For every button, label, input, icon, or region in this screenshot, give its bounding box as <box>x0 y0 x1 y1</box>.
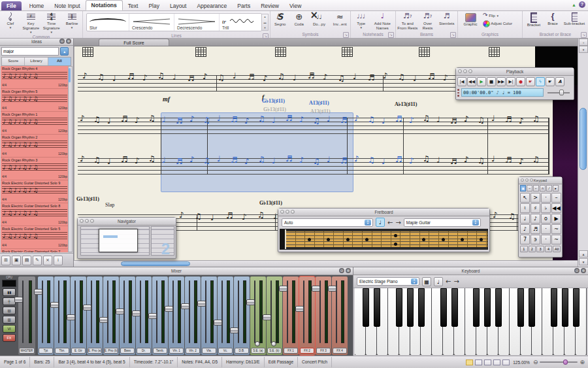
note[interactable]: ♫ <box>93 116 101 124</box>
fader-handle[interactable] <box>295 306 304 312</box>
note[interactable]: ♩ <box>217 155 221 163</box>
note[interactable]: ♩ <box>382 158 385 165</box>
note[interactable]: ♪ <box>383 72 388 80</box>
ribbon-tab-home[interactable]: Home <box>24 1 50 10</box>
note[interactable]: ♪ <box>409 157 414 165</box>
add-note-names-button[interactable]: ♩ Add Note Names <box>371 12 393 31</box>
note[interactable]: ♬ <box>308 72 315 80</box>
channel-label[interactable]: E. Pno (a) <box>88 348 102 354</box>
close-window-icon[interactable] <box>521 178 524 182</box>
view-switch-icon[interactable]: ▾ <box>579 46 588 53</box>
note[interactable]: ♬ <box>231 156 238 164</box>
decrescendo-button[interactable]: Decrescendo <box>174 14 220 31</box>
channel-label[interactable]: MASTER <box>19 348 35 354</box>
channel-label[interactable]: Tbn. <box>55 348 69 354</box>
barline[interactable] <box>548 118 549 175</box>
dialog-launcher-icon[interactable]: ↘ <box>450 32 456 38</box>
note[interactable]: ♫ <box>398 73 405 81</box>
note[interactable]: ♫ <box>148 114 155 122</box>
virtual-instruments-button[interactable]: VI <box>3 325 16 333</box>
note[interactable]: ♫ <box>368 156 375 164</box>
piano-black-key[interactable] <box>551 288 557 327</box>
fader-handle[interactable] <box>197 301 206 307</box>
note[interactable]: ♩ <box>107 158 111 165</box>
keypad-key-r4c3[interactable]: · <box>541 224 551 234</box>
piano-black-key[interactable] <box>374 288 380 327</box>
ideas-filter-library[interactable]: Library <box>25 58 48 65</box>
detach-panel-icon[interactable]: ⊖ <box>339 268 344 273</box>
beam-to-from-rests-button[interactable]: ♬7 To and From Rests <box>397 12 417 31</box>
dialog-launcher-icon[interactable]: ↘ <box>388 32 394 38</box>
document-view-icon-4[interactable] <box>493 360 500 365</box>
channel-label[interactable]: S.E. (a) <box>251 348 265 354</box>
playback-display[interactable]: 00:00'00.0" ♪ ♩ = 100 <box>461 88 544 97</box>
brace-button[interactable]: { Brace <box>545 12 561 26</box>
channel-label[interactable]: FX 4 <box>333 348 347 354</box>
guitar-chord-diagram[interactable] <box>275 47 286 57</box>
keypad-key-r5c3[interactable]: · <box>541 235 551 244</box>
guitar-chord-diagram[interactable] <box>195 47 206 57</box>
tab-full-score[interactable]: Full Score <box>99 39 169 46</box>
note[interactable]: ♩ <box>436 156 440 164</box>
document-view-icon-5[interactable] <box>502 360 510 365</box>
fader-handle[interactable] <box>230 327 238 333</box>
note[interactable]: ♩ <box>353 73 357 80</box>
piano-black-key[interactable] <box>517 288 524 327</box>
note[interactable]: ♬ <box>248 73 255 81</box>
note[interactable]: ♩ <box>172 73 176 81</box>
keypad-mode-6[interactable]: ▸ <box>553 185 559 192</box>
note[interactable]: ♬ <box>428 73 435 80</box>
note[interactable]: ♩ <box>272 157 276 165</box>
note[interactable]: ♬ <box>231 116 238 124</box>
note[interactable]: ♪ <box>189 156 195 163</box>
note[interactable]: ♪ <box>82 72 88 80</box>
channel-label[interactable]: E. Gtr <box>71 348 86 354</box>
note[interactable]: ♬ <box>286 155 293 163</box>
keypad-mode-3[interactable]: ⌐ <box>533 185 539 192</box>
ribbon-tab-play[interactable]: Play <box>143 1 165 10</box>
barline[interactable] <box>161 118 161 175</box>
note[interactable]: ♪ <box>263 75 268 82</box>
idea-item[interactable]: Rock Organ Rhythm 4♪♫♪♩♫♪♫4/4120bp <box>1 66 69 89</box>
piano-black-key[interactable] <box>529 288 535 327</box>
note[interactable]: ♫ <box>258 156 265 163</box>
mixer-channel-strip[interactable]: Tpt <box>38 276 54 355</box>
keyboard-size-button[interactable]: ▦ <box>422 277 431 286</box>
zoom-window-icon[interactable] <box>468 69 472 73</box>
keypad-key-r3c4[interactable]: ▶ <box>551 214 561 224</box>
mixer-channel-strip[interactable]: E. Gtr <box>71 276 86 355</box>
note[interactable]: ♫ <box>532 115 540 123</box>
mixer-channel-strip[interactable]: MASTER <box>18 276 35 355</box>
channel-label[interactable]: E. Pno (b) <box>104 348 118 354</box>
coda-button[interactable]: ⊕ Coda <box>290 12 308 27</box>
channel-config-button[interactable] <box>255 341 260 346</box>
mixer-channel-strip[interactable]: Vln. 2 <box>185 276 201 355</box>
navigator-titlebar[interactable]: Navigator <box>78 218 176 226</box>
zoom-out-icon[interactable]: ⊖ <box>533 359 538 365</box>
note[interactable]: ♩ <box>413 75 417 82</box>
note[interactable]: ♪ <box>519 117 524 125</box>
capture-idea-button[interactable]: ⊞ <box>1 256 10 265</box>
note[interactable]: ♪ <box>80 155 85 163</box>
record-button[interactable]: ● <box>516 77 525 86</box>
ideas-search-input[interactable] <box>1 47 59 56</box>
ideas-scrollbar[interactable] <box>68 66 73 252</box>
graphic-button[interactable]: Graphic <box>461 12 480 27</box>
keypad-key-r5c1[interactable]: 7 <box>520 235 530 244</box>
vertical-scrollbar[interactable]: ＋ ▾ ▲ ▼ <box>578 38 588 267</box>
chord-symbol[interactable]: G♭13(♯11) <box>259 200 282 206</box>
ideas-scrollbar-thumb[interactable] <box>69 68 71 82</box>
note[interactable]: ♫ <box>195 212 202 220</box>
ideas-filter-score[interactable]: Score <box>2 58 25 65</box>
barline[interactable] <box>216 75 217 92</box>
keypad-key-r1c4[interactable]: – <box>551 193 561 203</box>
keypad-page-tab-1[interactable]: 1 <box>520 246 528 252</box>
mixer-channel-strip[interactable]: E. Pno (b) <box>103 276 119 355</box>
note[interactable]: ♬ <box>226 212 233 220</box>
channel-label[interactable]: Vla. <box>202 348 216 354</box>
do-not-photocopy-button[interactable]: ♩♩× Do...py <box>308 12 329 27</box>
barline[interactable] <box>517 214 517 231</box>
note[interactable]: ♬ <box>505 116 512 124</box>
note[interactable]: ♪ <box>299 156 304 164</box>
note[interactable]: ♫ <box>148 155 155 163</box>
